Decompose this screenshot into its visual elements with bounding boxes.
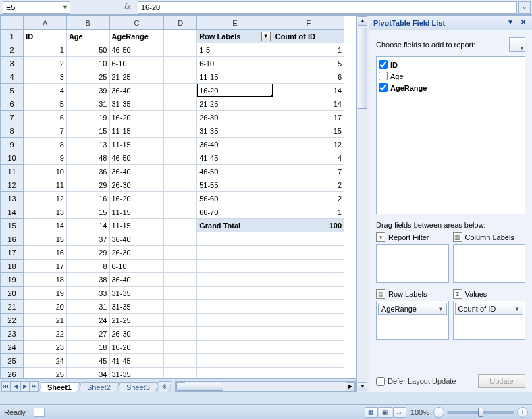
column-header-F[interactable]: F	[273, 16, 344, 30]
column-header-B[interactable]: B	[66, 16, 109, 30]
field-item-agerange[interactable]: AgeRange	[379, 82, 523, 93]
cell-F26[interactable]	[273, 368, 344, 379]
cell-E7[interactable]: 26-30	[197, 111, 273, 124]
cell-C16[interactable]: 36-40	[109, 232, 164, 246]
cell-F11[interactable]: 7	[273, 165, 344, 178]
chevron-down-icon[interactable]: ▼	[506, 18, 515, 28]
row-header-23[interactable]: 23	[1, 327, 24, 341]
cell-D7[interactable]	[164, 111, 197, 124]
cell-F12[interactable]: 2	[273, 178, 344, 192]
row-header-2[interactable]: 2	[1, 43, 24, 57]
cell-E14[interactable]: 66-70	[197, 205, 273, 219]
cell-B15[interactable]: 14	[66, 219, 109, 232]
row-header-20[interactable]: 20	[1, 287, 24, 300]
cell-F16[interactable]	[273, 232, 344, 246]
cell-C25[interactable]: 41-45	[109, 354, 164, 368]
cell-D8[interactable]	[164, 124, 197, 138]
cell-A2[interactable]: 1	[24, 43, 67, 57]
cell-D15[interactable]	[164, 219, 197, 232]
scroll-up-icon[interactable]: ▲	[358, 16, 367, 26]
cell-E6[interactable]: 21-25	[197, 97, 273, 111]
cell-F21[interactable]	[273, 300, 344, 314]
scroll-down-icon[interactable]: ▼	[358, 382, 367, 391]
pivot-filter-button[interactable]: ▼	[261, 32, 271, 41]
cell-F20[interactable]	[273, 287, 344, 300]
cell-B19[interactable]: 38	[66, 273, 109, 287]
zoom-out-button[interactable]: −	[433, 407, 444, 418]
area-report-filter[interactable]	[376, 244, 449, 283]
cell-A9[interactable]: 8	[24, 138, 67, 151]
cell-A19[interactable]: 18	[24, 273, 67, 287]
cell-D21[interactable]	[164, 300, 197, 314]
view-page-break-button[interactable]: ▱	[393, 407, 406, 418]
cell-B13[interactable]: 16	[66, 192, 109, 205]
cell-E1[interactable]: Row Labels▼	[197, 30, 273, 43]
column-header-E[interactable]: E	[197, 16, 273, 30]
cell-F13[interactable]: 2	[273, 192, 344, 205]
cell-E2[interactable]: 1-5	[197, 43, 273, 57]
cell-D26[interactable]	[164, 368, 197, 379]
scroll-thumb[interactable]	[176, 383, 223, 391]
defer-layout-checkbox-input[interactable]	[376, 377, 385, 386]
view-normal-button[interactable]: ▦	[365, 407, 378, 418]
cell-C20[interactable]: 31-35	[109, 287, 164, 300]
area-pill[interactable]: AgeRange▼	[378, 303, 447, 315]
macro-record-icon[interactable]	[34, 408, 45, 417]
tab-new[interactable]: ✳	[157, 381, 171, 392]
cell-D5[interactable]	[164, 84, 197, 97]
row-header-9[interactable]: 9	[1, 138, 24, 151]
tab-sheet2[interactable]: Sheet2	[78, 382, 119, 392]
view-page-layout-button[interactable]: ▣	[379, 407, 392, 418]
cell-B25[interactable]: 45	[66, 354, 109, 368]
row-header-19[interactable]: 19	[1, 273, 24, 287]
cell-D10[interactable]	[164, 151, 197, 165]
formula-expand-button[interactable]: ⌄	[518, 1, 531, 14]
cell-F1[interactable]: Count of ID	[273, 30, 344, 43]
cell-A14[interactable]: 13	[24, 205, 67, 219]
cell-F4[interactable]: 6	[273, 70, 344, 84]
cell-A3[interactable]: 2	[24, 57, 67, 70]
update-button[interactable]: Update	[478, 374, 525, 388]
cell-D12[interactable]	[164, 178, 197, 192]
cell-F3[interactable]: 5	[273, 57, 344, 70]
cell-F5[interactable]: 14	[273, 84, 344, 97]
cell-A18[interactable]: 17	[24, 260, 67, 273]
zoom-slider[interactable]	[447, 411, 514, 414]
cell-A13[interactable]: 12	[24, 192, 67, 205]
cell-F17[interactable]	[273, 246, 344, 260]
cell-B23[interactable]: 27	[66, 327, 109, 341]
cell-A15[interactable]: 14	[24, 219, 67, 232]
cell-C7[interactable]: 16-20	[109, 111, 164, 124]
cell-E18[interactable]	[197, 260, 273, 273]
spreadsheet-grid[interactable]: ABCDEF1IDAgeAgeRangeRow Labels▼Count of …	[0, 16, 344, 378]
cell-B9[interactable]: 13	[66, 138, 109, 151]
row-header-1[interactable]: 1	[1, 30, 24, 43]
scroll-thumb[interactable]	[358, 28, 367, 109]
cell-F19[interactable]	[273, 273, 344, 287]
cell-D11[interactable]	[164, 165, 197, 178]
cell-B1[interactable]: Age	[66, 30, 109, 43]
tab-nav-next[interactable]: ▶	[20, 381, 30, 392]
cell-F9[interactable]: 12	[273, 138, 344, 151]
row-header-11[interactable]: 11	[1, 165, 24, 178]
cell-C17[interactable]: 26-30	[109, 246, 164, 260]
cell-D22[interactable]	[164, 314, 197, 327]
cell-C9[interactable]: 11-15	[109, 138, 164, 151]
cell-C6[interactable]: 31-35	[109, 97, 164, 111]
row-header-24[interactable]: 24	[1, 341, 24, 354]
cell-D4[interactable]	[164, 70, 197, 84]
cell-C13[interactable]: 16-20	[109, 192, 164, 205]
cell-E20[interactable]	[197, 287, 273, 300]
fx-icon[interactable]: fx	[124, 2, 135, 13]
cell-A10[interactable]: 9	[24, 151, 67, 165]
row-header-12[interactable]: 12	[1, 178, 24, 192]
row-header-8[interactable]: 8	[1, 124, 24, 138]
chevron-down-icon[interactable]: ▼	[514, 306, 520, 312]
cell-C14[interactable]: 11-15	[109, 205, 164, 219]
cell-E10[interactable]: 41-45	[197, 151, 273, 165]
close-icon[interactable]: ✕	[518, 18, 528, 28]
cell-B6[interactable]: 31	[66, 97, 109, 111]
cell-C23[interactable]: 26-30	[109, 327, 164, 341]
cell-C4[interactable]: 21-25	[109, 70, 164, 84]
cell-D14[interactable]	[164, 205, 197, 219]
